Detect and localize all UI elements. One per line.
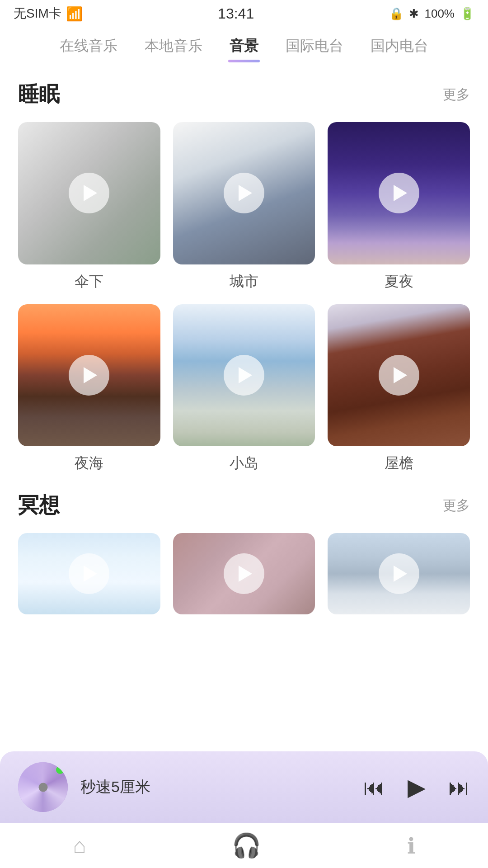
nav-home[interactable]: ⌂	[73, 833, 86, 858]
tab-bar: 在线音乐 本地音乐 音景 国际电台 国内电台	[0, 27, 488, 62]
soundscape-image-stone[interactable]	[173, 533, 315, 614]
soundscape-label-city: 城市	[230, 272, 258, 292]
play-button-summer-night[interactable]	[379, 173, 419, 213]
meditation-section-title: 冥想	[18, 491, 60, 519]
tab-domestic-radio[interactable]: 国内电台	[371, 36, 428, 62]
player-album-art[interactable]	[18, 762, 68, 812]
player-controls	[363, 774, 470, 801]
soundscape-label-umbrella: 伞下	[75, 272, 103, 292]
status-right: 🔒 ✱ 100% 🔋	[389, 7, 474, 21]
nav-info[interactable]: ℹ	[407, 833, 415, 859]
play-button-umbrella[interactable]	[69, 173, 109, 213]
soundscape-image-drop[interactable]	[328, 533, 470, 614]
sleep-section-title: 睡眠	[18, 80, 60, 108]
player-prev-button[interactable]	[363, 775, 385, 800]
soundscape-image-city[interactable]	[173, 122, 315, 264]
list-item: 伞下	[18, 122, 160, 292]
bottom-navigation: ⌂ 🎧 ℹ	[0, 823, 488, 868]
soundscape-label-summer-night: 夏夜	[385, 272, 413, 292]
soundscape-label-island: 小岛	[230, 453, 258, 473]
music-icon: 🎧	[232, 832, 261, 859]
sleep-more-btn[interactable]: 更多	[443, 85, 470, 104]
list-item: 城市	[173, 122, 315, 292]
soundscape-label-roof: 屋檐	[385, 453, 413, 473]
play-button-stone[interactable]	[224, 553, 264, 594]
soundscape-image-night-sea[interactable]	[18, 304, 160, 447]
tab-local-music[interactable]: 本地音乐	[145, 36, 202, 62]
sim-indicator: 无SIM卡	[14, 5, 61, 22]
wifi-icon: 📶	[66, 6, 83, 22]
album-playing-indicator	[56, 766, 64, 774]
home-icon: ⌂	[73, 833, 86, 858]
battery-level: 100%	[424, 7, 455, 21]
tab-international-radio[interactable]: 国际电台	[286, 36, 343, 62]
main-content: 睡眠 更多 伞下 城市 夏夜 夜海	[0, 62, 488, 614]
sleep-grid: 伞下 城市 夏夜 夜海 小岛	[18, 122, 470, 473]
meditation-more-btn[interactable]: 更多	[443, 496, 470, 515]
sleep-section-header: 睡眠 更多	[18, 80, 470, 108]
nav-music[interactable]: 🎧	[232, 832, 261, 859]
soundscape-image-clouds[interactable]	[18, 533, 160, 614]
info-icon: ℹ	[407, 833, 415, 859]
tab-soundscape[interactable]: 音景	[230, 36, 258, 62]
meditation-section-header: 冥想 更多	[18, 491, 470, 519]
album-center-dot	[38, 783, 47, 792]
soundscape-image-roof[interactable]	[328, 304, 470, 447]
list-item: 夜海	[18, 304, 160, 474]
list-item: 小岛	[173, 304, 315, 474]
player-song-title[interactable]: 秒速5厘米	[80, 777, 351, 797]
soundscape-image-umbrella[interactable]	[18, 122, 160, 264]
bottom-player: 秒速5厘米	[0, 751, 488, 823]
play-button-city[interactable]	[224, 173, 264, 213]
status-left: 无SIM卡 📶	[14, 5, 83, 22]
bluetooth-icon: ✱	[409, 7, 419, 21]
soundscape-image-island[interactable]	[173, 304, 315, 447]
tab-online-music[interactable]: 在线音乐	[60, 36, 117, 62]
meditation-grid	[18, 533, 470, 614]
lock-icon: 🔒	[389, 7, 404, 21]
list-item: 夏夜	[328, 122, 470, 292]
play-button-island[interactable]	[224, 355, 264, 396]
soundscape-label-night-sea: 夜海	[75, 453, 103, 473]
play-button-night-sea[interactable]	[69, 355, 109, 396]
status-bar: 无SIM卡 📶 13:41 🔒 ✱ 100% 🔋	[0, 0, 488, 27]
battery-icon: 🔋	[460, 7, 474, 21]
play-button-drop[interactable]	[379, 553, 419, 594]
soundscape-image-summer-night[interactable]	[328, 122, 470, 264]
play-button-clouds[interactable]	[69, 553, 109, 594]
list-item: 屋檐	[328, 304, 470, 474]
play-button-roof[interactable]	[379, 355, 419, 396]
status-time: 13:41	[218, 5, 254, 22]
player-next-button[interactable]	[448, 775, 470, 800]
player-play-button[interactable]	[408, 774, 426, 801]
